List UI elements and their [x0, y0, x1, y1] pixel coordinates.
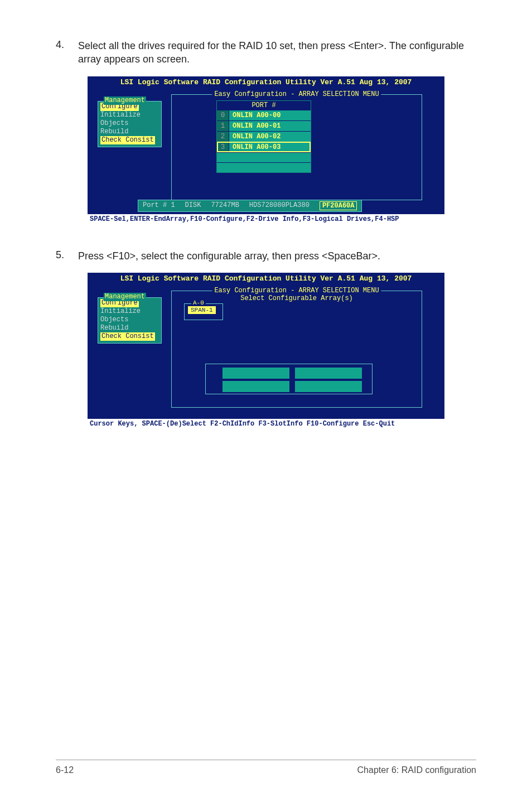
menu-item-rebuild[interactable]: Rebuild — [100, 128, 159, 136]
disk-port: Port # 1 — [143, 201, 175, 210]
select-array-title: Select Configurable Array(s) — [240, 294, 353, 302]
bios1-footer: SPACE-Sel,ENTER-EndArray,F10-Configure,F… — [88, 214, 444, 224]
span-1-item[interactable]: SPAN-1 — [188, 306, 216, 314]
port-row-3[interactable]: 3 ONLIN A00-03 — [217, 142, 311, 152]
disk-firmware: PF20A60A — [320, 201, 357, 210]
port-row-2[interactable]: 2 ONLIN A00-02 — [217, 131, 311, 142]
step-5-number: 5. — [56, 249, 78, 263]
disk-info-bar: Port # 1 DISK 77247MB HDS728080PLA380 PF… — [138, 200, 362, 212]
menu2-initialize[interactable]: Initialize — [100, 307, 159, 316]
bios1-title: LSI Logic Software RAID Configuration Ut… — [88, 76, 444, 89]
step-5-text: Press <F10>, select the configurable arr… — [78, 249, 380, 263]
menu-item-check[interactable]: Check Consist — [100, 136, 159, 144]
easy-config-title-2: Easy Configuration - ARRAY SELECTION MEN… — [212, 287, 381, 294]
disk-type: DISK — [185, 201, 201, 210]
step-4-number: 4. — [56, 39, 78, 66]
port-row-1[interactable]: 1 ONLIN A00-01 — [217, 120, 311, 131]
port-row-0[interactable]: 0 ONLIN A00-00 — [217, 110, 311, 120]
port-empty-2 — [217, 162, 311, 172]
disk-size: 77247MB — [211, 201, 239, 210]
management-title: Management — [104, 96, 146, 105]
footer-rule — [56, 760, 476, 760]
step-4: 4. Select all the drives required for th… — [56, 39, 476, 66]
bios2-title: LSI Logic Software RAID Configuration Ut… — [88, 273, 444, 285]
management-menu: Management Configure Initialize Objects … — [98, 101, 162, 147]
port-empty-1 — [217, 152, 311, 162]
menu2-objects[interactable]: Objects — [100, 316, 159, 324]
grid-cell-4 — [295, 381, 362, 392]
page-number: 6-12 — [56, 765, 74, 775]
grid-cell-2 — [295, 368, 362, 379]
easy-config-box: Easy Configuration - ARRAY SELECTION MEN… — [171, 94, 422, 200]
menu-item-objects[interactable]: Objects — [100, 119, 159, 128]
management-menu-2: Management Configure Initialize Objects … — [98, 297, 162, 344]
menu2-check[interactable]: Check Consist — [100, 332, 159, 341]
grid-cell-3 — [223, 381, 289, 392]
bios2-body: Management Configure Initialize Objects … — [88, 285, 444, 419]
step-4-text: Select all the drives required for the R… — [78, 39, 476, 66]
port-table: PORT # 0 ONLIN A00-00 1 ONLIN A00-01 2 O… — [216, 100, 311, 173]
easy-config-box-2: Easy Configuration - ARRAY SELECTION MEN… — [171, 291, 422, 408]
easy-config-title: Easy Configuration - ARRAY SELECTION MEN… — [212, 90, 381, 98]
bios1-body: Management Configure Initialize Objects … — [88, 89, 444, 214]
page-footer: 6-12 Chapter 6: RAID configuration — [56, 765, 476, 775]
menu-item-initialize[interactable]: Initialize — [100, 111, 159, 119]
step-5: 5. Press <F10>, select the configurable … — [56, 249, 476, 263]
management-title-2: Management — [104, 293, 146, 301]
bios-screenshot-1: LSI Logic Software RAID Configuration Ut… — [88, 76, 444, 224]
bios2-footer: Cursor Keys, SPACE-(De)Select F2-ChIdInf… — [88, 419, 444, 429]
inner-grid — [205, 364, 373, 394]
array-a0-label: A-0 — [191, 299, 206, 306]
chapter-label: Chapter 6: RAID configuration — [357, 765, 476, 775]
port-header: PORT # — [217, 101, 311, 110]
bios-screenshot-2: LSI Logic Software RAID Configuration Ut… — [88, 273, 444, 429]
array-a0-box[interactable]: A-0 SPAN-1 — [184, 303, 223, 320]
menu2-rebuild[interactable]: Rebuild — [100, 324, 159, 332]
disk-model: HDS728080PLA380 — [249, 201, 309, 210]
grid-cell-1 — [223, 368, 289, 379]
